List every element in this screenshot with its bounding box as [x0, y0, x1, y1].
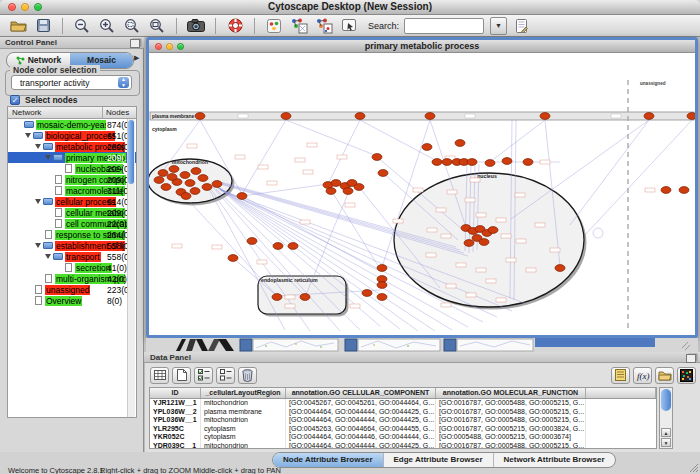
attribute-matrix-icon[interactable]	[677, 367, 696, 384]
select-nodes-checkbox[interactable]: ✓	[10, 95, 20, 105]
table-cell[interactable]: [GO:0044464, GO:0044444, GO:0044425, G..…	[286, 416, 436, 425]
network-node[interactable]	[202, 184, 212, 191]
table-cell[interactable]: YPL036W__2	[150, 408, 201, 417]
tab-network-attribute-browser[interactable]: Network Attribute Browser	[494, 453, 615, 467]
network-node[interactable]	[272, 294, 282, 301]
network-node[interactable]	[326, 188, 336, 195]
network-node[interactable]	[540, 113, 550, 120]
network-node[interactable]	[247, 238, 257, 245]
table-cell[interactable]: YPL036W__1	[150, 416, 201, 425]
table-cell[interactable]: [GO:0044464, GO:0044444, GO:0044425, G..…	[286, 442, 436, 449]
window-resize-grip[interactable]	[689, 463, 699, 473]
table-cell[interactable]: mitochondrion	[201, 416, 286, 425]
network-node[interactable]	[161, 184, 171, 191]
column-header-molecular-function[interactable]: annotation.GO MOLECULAR_FUNCTION	[436, 388, 586, 398]
table-cell[interactable]: mitochondrion	[201, 399, 286, 408]
network-edge[interactable]	[190, 202, 277, 296]
disclosure-triangle-icon[interactable]	[35, 144, 41, 149]
tree-row[interactable]: cell communicat22(0)	[8, 218, 136, 229]
table-cell[interactable]: [GO:0005488, GO:0005215, GO:0003674]	[436, 433, 586, 442]
delete-attribute-icon[interactable]	[238, 367, 257, 384]
table-cell[interactable]: [GO:0044464, GO:0044444, GO:0044425, G..…	[286, 408, 436, 417]
disclosure-triangle-icon[interactable]	[35, 243, 41, 248]
table-scrollbar-thumb[interactable]	[661, 389, 671, 411]
table-row[interactable]: YPL036W__2plasma membrane[GO:0044464, GO…	[150, 408, 656, 417]
table-cell[interactable]: cytoplasm	[201, 433, 286, 442]
zoom-fit-icon[interactable]	[147, 17, 167, 35]
network-edge[interactable]	[242, 120, 286, 194]
disclosure-triangle-icon[interactable]	[35, 199, 41, 204]
network-edge[interactable]	[242, 196, 377, 270]
network-node[interactable]	[169, 166, 179, 173]
tree-row[interactable]: biological_process651(0)	[8, 130, 136, 141]
table-row[interactable]: YKR052Ccytoplasm[GO:0044464, GO:0044446,…	[150, 433, 656, 442]
network-node[interactable]	[343, 188, 353, 195]
column-header-id[interactable]: ID	[150, 388, 201, 398]
tree-scrollbar[interactable]	[127, 119, 135, 417]
network-node[interactable]	[467, 159, 477, 166]
network-edge[interactable]	[242, 184, 328, 196]
network-name[interactable]: biological_process	[45, 131, 115, 141]
table-row[interactable]: YJR121W__1mitochondrion[GO:0045267, GO:0…	[150, 399, 656, 408]
tree-row[interactable]: response to stimulu264(0)	[8, 229, 136, 240]
tree-row[interactable]: transport558(0)	[8, 251, 136, 262]
tree-row[interactable]: nucleobase-209(0)	[8, 163, 136, 174]
network-node[interactable]	[687, 113, 695, 120]
network-node[interactable]	[442, 159, 452, 166]
network-node[interactable]	[185, 180, 195, 187]
tree-row[interactable]: cellular process614(0)	[8, 196, 136, 207]
network-node[interactable]	[372, 154, 382, 161]
network-name[interactable]: unassigned	[45, 285, 90, 295]
snapshot-camera-icon[interactable]	[186, 17, 206, 35]
network-node[interactable]	[661, 187, 671, 194]
float-panel-icon[interactable]	[686, 354, 696, 363]
network-edge[interactable]	[511, 120, 649, 219]
network-node[interactable]	[190, 188, 200, 195]
table-cell[interactable]: YKR052C	[150, 433, 201, 442]
table-cell[interactable]: [GO:0045267, GO:0045261, GO:0044464, G..…	[286, 399, 436, 408]
network-node[interactable]	[195, 113, 205, 120]
network-self-loop-edge[interactable]	[593, 228, 603, 238]
float-panel-icon[interactable]	[130, 39, 140, 48]
network-node[interactable]	[464, 240, 474, 247]
network-node[interactable]	[281, 113, 291, 120]
save-session-icon[interactable]	[33, 17, 53, 35]
network-node[interactable]	[502, 158, 512, 165]
create-network-from-selection-icon[interactable]	[289, 17, 309, 35]
network-edge[interactable]	[570, 120, 649, 225]
network-node[interactable]	[154, 177, 164, 184]
table-cell[interactable]: [GO:0016787, GO:0005488, GO:0005215, G..…	[436, 399, 586, 408]
table-cell[interactable]: mitochondrion	[201, 442, 286, 449]
tree-column-network[interactable]: Network	[12, 107, 97, 118]
network-canvas[interactable]: mitochondrionnucleusendoplasmic reticulu…	[149, 53, 695, 333]
table-cell[interactable]: [GO:0016787, GO:0005488, GO:0005215, G..…	[436, 408, 586, 417]
network-tree-header[interactable]: Network Nodes	[8, 107, 136, 119]
disclosure-triangle-icon[interactable]	[25, 133, 31, 138]
network-node[interactable]	[425, 113, 435, 120]
table-cell[interactable]: YJR121W__1	[150, 399, 201, 408]
zoom-in-icon[interactable]	[97, 17, 117, 35]
network-node[interactable]	[432, 159, 442, 166]
attribute-table-header[interactable]: ID _cellularLayoutRegion annotation.GO C…	[150, 388, 656, 399]
network-edge[interactable]	[328, 120, 360, 184]
network-node[interactable]	[273, 243, 283, 250]
network-node[interactable]	[288, 243, 298, 250]
table-cell[interactable]: [GO:0016787, GO:0005215, GO:0003824, G..…	[436, 425, 586, 434]
scroll-up-icon[interactable]: ▲	[661, 428, 671, 437]
attribute-table[interactable]: ID _cellularLayoutRegion annotation.GO C…	[149, 387, 657, 449]
new-attribute-icon[interactable]	[172, 367, 191, 384]
vizmapper-icon[interactable]	[264, 17, 284, 35]
table-row[interactable]: YPL036W__1mitochondrion[GO:0044464, GO:0…	[150, 416, 656, 425]
tab-edge-attribute-browser[interactable]: Edge Attribute Browser	[384, 453, 494, 467]
function-builder-icon[interactable]: f(x)	[633, 367, 652, 384]
network-node[interactable]	[300, 294, 310, 301]
network-node[interactable]	[377, 265, 387, 272]
network-node[interactable]	[555, 265, 565, 272]
network-node[interactable]	[485, 160, 495, 167]
network-node[interactable]	[198, 175, 208, 182]
zoom-selected-region-icon[interactable]	[122, 17, 142, 35]
network-edge[interactable]	[286, 120, 377, 156]
network-name[interactable]: transport	[65, 252, 101, 262]
network-node[interactable]	[479, 239, 489, 246]
network-node[interactable]	[422, 144, 432, 151]
